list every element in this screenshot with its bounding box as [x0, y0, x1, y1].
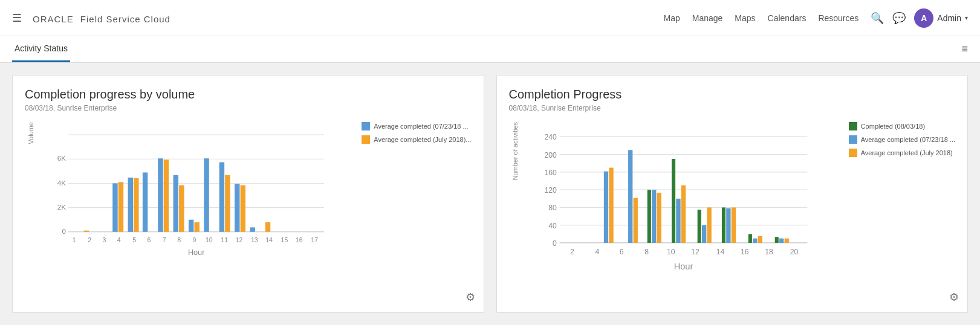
svg-rect-67 [652, 190, 656, 243]
svg-rect-21 [194, 222, 199, 232]
svg-rect-19 [179, 185, 184, 232]
svg-rect-76 [726, 208, 730, 243]
main-content: Completion progress by volume 08/03/18, … [0, 63, 980, 325]
chart2-y-axis-label: Number of activities [509, 122, 521, 181]
svg-text:5: 5 [132, 236, 136, 243]
oracle-subtitle: Field Service Cloud [77, 14, 170, 24]
svg-text:80: 80 [548, 204, 557, 212]
svg-text:11: 11 [221, 236, 228, 243]
avatar: A [914, 8, 933, 28]
svg-rect-27 [250, 227, 255, 231]
message-icon[interactable]: 💬 [892, 11, 906, 25]
svg-text:160: 160 [544, 169, 557, 177]
svg-text:6: 6 [619, 248, 623, 256]
legend2-blue-box [849, 135, 857, 144]
svg-rect-68 [657, 193, 661, 243]
chart1-wrapper: Volume 0 2K 4K 6K [25, 122, 472, 265]
svg-rect-13 [128, 178, 133, 232]
chart1-svg-area: 0 2K 4K 6K [43, 122, 349, 265]
svg-text:200: 200 [544, 151, 557, 159]
header: ☰ ORACLE Field Service Cloud Map Manage … [0, 0, 980, 36]
user-name: Admin [937, 13, 961, 23]
svg-rect-17 [164, 159, 169, 231]
legend2-item-blue: Average completed (07/23/18 ... [849, 135, 955, 144]
svg-text:10: 10 [667, 248, 675, 256]
legend-blue-label: Average completed (07/23/18 ... [374, 123, 468, 130]
legend-item-blue: Average completed (07/23/18 ... [362, 122, 471, 130]
svg-text:4K: 4K [57, 179, 66, 187]
nav-calendars[interactable]: Calendars [768, 13, 806, 23]
svg-rect-83 [784, 239, 788, 243]
svg-text:240: 240 [544, 133, 557, 141]
chart2-svg: 0 40 80 120 160 200 240 [527, 122, 837, 284]
header-right: Map Manage Maps Calendars Resources 🔍 💬 … [664, 8, 969, 28]
chart2-settings-icon[interactable]: ⚙ [949, 291, 959, 304]
legend2-orange-box [849, 149, 857, 157]
svg-rect-66 [647, 190, 651, 243]
svg-rect-71 [681, 185, 685, 243]
svg-rect-65 [633, 198, 637, 243]
svg-text:Hour: Hour [188, 248, 205, 257]
svg-rect-24 [225, 175, 230, 232]
legend2-item-orange: Average completed (July 2018) [849, 149, 955, 157]
tab-menu-icon[interactable]: ≡ [961, 43, 968, 56]
svg-text:7: 7 [163, 236, 166, 243]
svg-rect-82 [779, 239, 784, 243]
svg-text:15: 15 [281, 236, 288, 243]
svg-rect-79 [753, 239, 757, 243]
svg-text:0: 0 [553, 239, 557, 248]
svg-rect-15 [143, 172, 148, 231]
svg-text:6K: 6K [57, 154, 66, 162]
legend2-blue-label: Average completed (07/23/18 ... [861, 136, 955, 143]
svg-text:1: 1 [73, 236, 76, 243]
svg-text:9: 9 [193, 236, 196, 243]
oracle-text: ORACLE [33, 14, 74, 24]
svg-rect-22 [204, 158, 209, 232]
svg-rect-69 [672, 159, 675, 243]
tab-bar: Activity Status ≡ [0, 36, 980, 63]
nav-manage[interactable]: Manage [692, 13, 723, 23]
svg-text:14: 14 [265, 236, 273, 243]
legend2-item-green: Completed (08/03/18) [849, 122, 955, 130]
legend2-green-label: Completed (08/03/18) [861, 123, 925, 130]
svg-text:12: 12 [236, 236, 243, 243]
svg-rect-12 [118, 182, 123, 231]
svg-text:17: 17 [311, 236, 318, 243]
svg-rect-72 [697, 210, 701, 243]
chart1-bars [84, 158, 271, 232]
svg-rect-18 [174, 175, 178, 232]
header-left: ☰ ORACLE Field Service Cloud [12, 10, 170, 26]
svg-text:4: 4 [117, 236, 121, 243]
nav-resources[interactable]: Resources [818, 13, 858, 23]
svg-text:2: 2 [570, 248, 574, 256]
svg-rect-16 [158, 158, 163, 232]
nav-maps[interactable]: Maps [735, 13, 755, 23]
hamburger-menu-icon[interactable]: ☰ [12, 11, 22, 25]
svg-text:2: 2 [88, 236, 91, 243]
svg-text:20: 20 [790, 248, 798, 256]
tab-activity-status[interactable]: Activity Status [12, 36, 70, 62]
chart1-y-axis-label: Volume [25, 122, 37, 144]
chart-card-2: Completion Progress 08/03/18, Sunrise En… [496, 75, 969, 313]
svg-rect-77 [731, 207, 735, 243]
svg-text:120: 120 [544, 186, 557, 195]
legend-orange-box [362, 135, 370, 144]
svg-text:6: 6 [147, 236, 151, 243]
svg-text:12: 12 [691, 248, 699, 256]
chart2-title: Completion Progress [509, 88, 956, 101]
svg-text:8: 8 [644, 248, 649, 256]
chart1-settings-icon[interactable]: ⚙ [466, 291, 475, 304]
svg-text:16: 16 [296, 236, 303, 243]
header-icons: 🔍 💬 A Admin ▾ [871, 8, 968, 28]
legend2-orange-label: Average completed (July 2018) [861, 149, 953, 156]
nav-map[interactable]: Map [664, 13, 680, 23]
svg-text:16: 16 [740, 248, 748, 256]
chart2-wrapper: Number of activities 0 40 80 120 1 [509, 122, 956, 286]
search-icon[interactable]: 🔍 [871, 11, 884, 25]
user-info[interactable]: A Admin ▾ [914, 8, 968, 28]
chart2-legend: Completed (08/03/18) Average completed (… [849, 122, 955, 157]
chart2-subtitle: 08/03/18, Sunrise Enterprise [509, 104, 956, 112]
svg-rect-64 [628, 150, 632, 243]
svg-text:4: 4 [595, 248, 599, 256]
svg-rect-25 [235, 184, 239, 232]
